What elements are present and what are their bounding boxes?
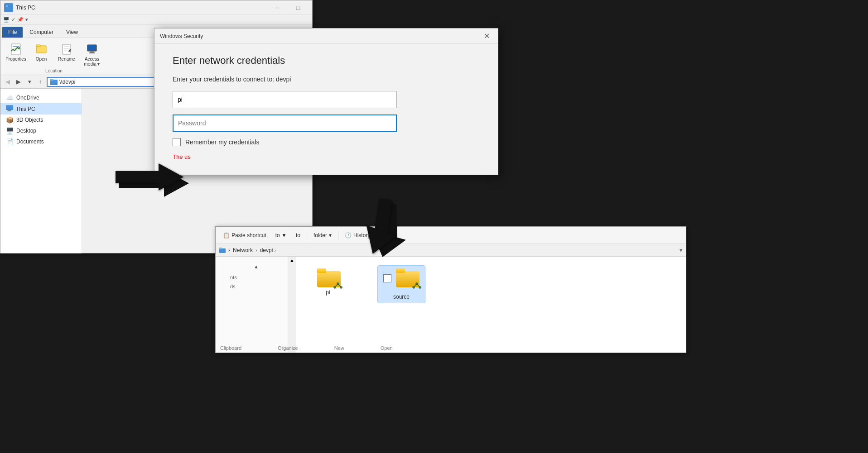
toolbar-copy-to[interactable]: to [293, 231, 303, 240]
clipboard-label: Clipboard [220, 345, 241, 351]
windows-security-dialog: Windows Security ✕ Enter network credent… [154, 28, 498, 175]
dialog-heading: Enter network credentials [173, 55, 480, 67]
scroll-up-arrow[interactable]: ▲ [289, 257, 295, 264]
qa-check-icon[interactable]: ✓ [11, 17, 15, 23]
dialog-close-button[interactable]: ✕ [481, 30, 492, 42]
sidebar-label-onedrive: OneDrive [16, 95, 39, 101]
address-dropdown-arrow[interactable]: ▾ [680, 247, 682, 253]
folder-source[interactable]: source [378, 266, 425, 303]
sidebar-scroll-area: ▲ nts ds [216, 260, 288, 291]
explorer2-toolbar: 📋 Paste shortcut to ▼ to folder ▾ 🕐 Hist… [216, 227, 686, 244]
breadcrumb-network[interactable]: Network [233, 247, 253, 253]
remember-label: Remember my credentials [185, 138, 259, 146]
dropdown-icon: ▾ [329, 232, 332, 238]
ribbon-btn-open[interactable]: Open [29, 39, 53, 67]
nav-forward-btn[interactable]: ▶ [14, 77, 23, 86]
svg-line-34 [417, 284, 420, 287]
sidebar-item-3dobjects[interactable]: 📦 3D Objects [0, 114, 82, 125]
svg-line-33 [414, 284, 417, 287]
svg-line-28 [335, 284, 338, 287]
sidebar-item-onedrive[interactable]: ☁️ OneDrive [0, 92, 82, 103]
dialog-titlebar: Windows Security ✕ [154, 29, 498, 44]
username-input-group [173, 91, 480, 108]
toolbar-history[interactable]: 🕐 History [342, 231, 373, 240]
explorer-titlebar: This PC ─ □ [0, 0, 312, 15]
explorer-window-2: 📋 Paste shortcut to ▼ to folder ▾ 🕐 Hist… [215, 226, 686, 353]
thispc-icon [6, 105, 13, 113]
svg-rect-22 [7, 111, 12, 111]
svg-rect-17 [89, 52, 95, 53]
maximize-button[interactable]: □ [288, 0, 309, 15]
sidebar-label-documents: Documents [16, 138, 44, 145]
sidebar-item-ds[interactable]: ds [225, 282, 288, 291]
svg-rect-1 [6, 5, 8, 7]
rename-label: Rename [58, 57, 75, 62]
sidebar-item-desktop[interactable]: 🖥️ Desktop [0, 125, 82, 136]
username-input[interactable] [173, 91, 397, 108]
svg-rect-7 [36, 45, 40, 47]
nav-up-btn[interactable]: ↑ [36, 77, 45, 86]
qa-dropdown-icon[interactable]: ▾ [25, 17, 28, 23]
source-checkbox[interactable] [383, 274, 391, 282]
dialog-title-text: Windows Security [160, 33, 203, 39]
sidebar-item-nts[interactable]: nts [225, 273, 288, 282]
location-group-label: Location [45, 68, 63, 73]
nav-back-btn[interactable]: ◀ [3, 77, 12, 86]
history-label: History [353, 232, 370, 238]
sidebar-item-thispc[interactable]: This PC [0, 103, 82, 114]
minimize-button[interactable]: ─ [267, 0, 288, 15]
tab-file[interactable]: File [2, 27, 23, 38]
pi-folder-network-badge [333, 282, 342, 289]
breadcrumb-network-label: Network [233, 247, 253, 253]
remember-credentials-row: Remember my credentials [173, 138, 480, 146]
source-folder-network-badge [412, 282, 421, 289]
toolbar-group-labels: Clipboard Organize New Open [220, 345, 393, 351]
explorer-window-icon [4, 3, 13, 12]
move-to-label: to ▼ [275, 232, 287, 238]
pi-folder-label: pi [326, 289, 330, 296]
remember-checkbox[interactable] [173, 138, 181, 146]
toolbar-new-folder[interactable]: folder ▾ [311, 231, 334, 240]
documents-icon: 📄 [6, 138, 14, 145]
breadcrumb-separator-0: › [228, 247, 230, 253]
source-folder-label: source [393, 294, 410, 300]
new-folder-label: folder [313, 232, 327, 238]
breadcrumb-devpi[interactable]: devpi › [260, 247, 276, 253]
sidebar-label-desktop: Desktop [16, 128, 36, 134]
open-icon [34, 41, 48, 56]
ribbon-btn-access-media[interactable]: Accessmedia ▾ [80, 39, 104, 67]
svg-rect-19 [50, 79, 53, 81]
folder-pi[interactable]: pi [314, 266, 342, 298]
nav-recent-btn[interactable]: ▾ [25, 77, 34, 86]
qa-computer-icon: 🖥️ [3, 17, 10, 23]
quick-access-toolbar: 🖥️ ✓ 📌 ▾ [0, 15, 312, 25]
dialog-error-text: The us [173, 153, 480, 160]
sidebar-item-documents[interactable]: 📄 Documents [0, 136, 82, 147]
sidebar-scroll-up[interactable]: ▲ [225, 262, 288, 271]
ribbon-btn-rename[interactable]: Rename [55, 39, 78, 67]
explorer2-folders-area: pi [296, 257, 686, 353]
password-input-group [173, 114, 480, 132]
svg-rect-21 [8, 110, 11, 111]
svg-rect-15 [88, 45, 96, 51]
explorer2-sidebar: ▲ nts ds [216, 257, 288, 353]
toolbar-paste-shortcut[interactable]: 📋 Paste shortcut [220, 231, 269, 240]
source-folder-icon [396, 268, 420, 288]
svg-rect-0 [6, 6, 11, 10]
source-folder-tab [396, 268, 405, 273]
password-input[interactable] [173, 114, 397, 132]
toolbar-move-to[interactable]: to ▼ [273, 231, 289, 240]
organize-label: Organize [278, 345, 298, 351]
svg-rect-24 [219, 248, 222, 249]
source-folder-inner [383, 268, 420, 288]
svg-line-29 [338, 284, 341, 287]
ribbon-btn-properties[interactable]: Properties [4, 39, 28, 67]
tab-view[interactable]: View [60, 27, 84, 38]
sidebar-label-thispc: This PC [16, 106, 35, 112]
tab-computer[interactable]: Computer [24, 27, 59, 38]
dialog-body: Enter network credentials Enter your cre… [154, 44, 498, 175]
address-text: \\devpi [59, 79, 75, 85]
properties-icon [9, 41, 23, 56]
access-media-icon [85, 41, 99, 56]
network-icon [219, 248, 226, 253]
